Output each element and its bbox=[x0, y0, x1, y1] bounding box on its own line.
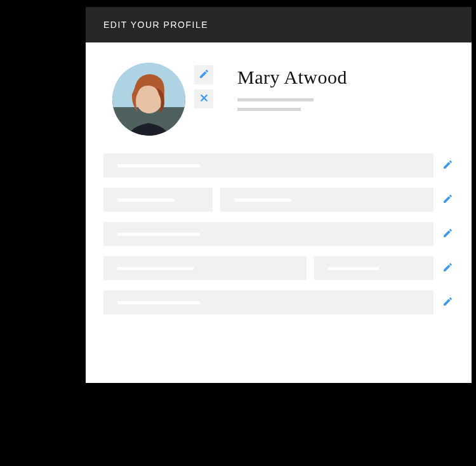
edit-field-button[interactable] bbox=[441, 262, 454, 275]
pencil-icon bbox=[442, 228, 453, 241]
pencil-icon bbox=[442, 262, 453, 275]
profile-field-row bbox=[103, 290, 454, 314]
edit-field-button[interactable] bbox=[441, 228, 454, 240]
pencil-icon bbox=[442, 296, 453, 309]
pencil-icon bbox=[199, 68, 209, 82]
close-icon bbox=[199, 93, 209, 106]
profile-field[interactable] bbox=[103, 222, 433, 246]
placeholder-line bbox=[328, 267, 379, 270]
name-sublines bbox=[237, 98, 347, 111]
placeholder-line bbox=[117, 198, 175, 202]
profile-field[interactable] bbox=[103, 256, 307, 280]
pencil-icon bbox=[442, 193, 453, 207]
edit-field-button[interactable] bbox=[441, 296, 454, 309]
profile-field[interactable] bbox=[103, 290, 433, 314]
placeholder-line bbox=[234, 198, 291, 202]
edit-profile-panel: EDIT YOUR PROFILE bbox=[86, 7, 472, 383]
name-block: Mary Atwood bbox=[237, 67, 347, 117]
profile-field[interactable] bbox=[220, 188, 433, 212]
panel-header: EDIT YOUR PROFILE bbox=[86, 7, 472, 42]
profile-field[interactable] bbox=[103, 153, 433, 178]
placeholder-line bbox=[117, 164, 200, 167]
avatar[interactable] bbox=[112, 63, 185, 136]
placeholder-line bbox=[117, 233, 200, 236]
placeholder-line bbox=[117, 301, 200, 304]
profile-field-row bbox=[103, 222, 454, 246]
remove-avatar-button[interactable] bbox=[194, 89, 213, 108]
profile-header-section: Mary Atwood bbox=[86, 42, 472, 142]
avatar-actions bbox=[194, 65, 213, 108]
profile-field-row bbox=[103, 153, 454, 178]
profile-fields bbox=[86, 142, 472, 314]
edit-field-button[interactable] bbox=[441, 159, 454, 172]
edit-avatar-button[interactable] bbox=[194, 65, 213, 84]
profile-field-row bbox=[103, 188, 454, 212]
display-name: Mary Atwood bbox=[237, 67, 347, 88]
profile-field[interactable] bbox=[103, 188, 213, 212]
pencil-icon bbox=[442, 159, 453, 172]
placeholder-line bbox=[237, 98, 314, 101]
edit-field-button[interactable] bbox=[441, 193, 454, 206]
panel-title: EDIT YOUR PROFILE bbox=[103, 20, 208, 30]
profile-field[interactable] bbox=[314, 256, 433, 280]
profile-field-row bbox=[103, 256, 454, 280]
placeholder-line bbox=[237, 108, 301, 111]
avatar-image bbox=[112, 63, 185, 136]
placeholder-line bbox=[117, 267, 194, 270]
